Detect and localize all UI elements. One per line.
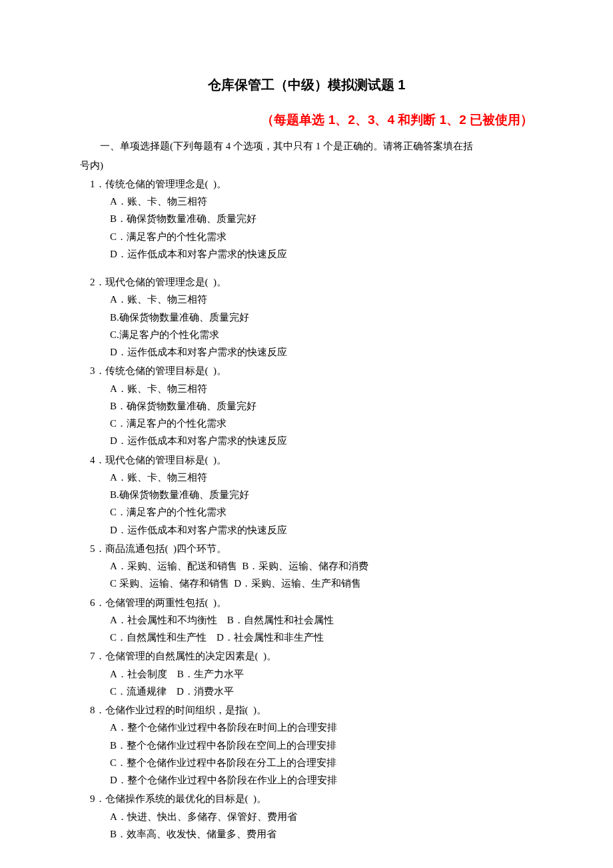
question-1: 1．传统仓储的管理理念是( )。 A．账、卡、物三相符 B．确保货物数量准确、质… [80,175,533,263]
option-b: B．整个仓储作业过程中各阶段在空间上的合理安排 [80,737,533,754]
question-stem: 9．仓储操作系统的最优化的目标是( )。 [80,790,533,807]
question-6: 6．仓储管理的两重性包括( )。 A．社会属性和不均衡性 B．自然属性和社会属性… [80,594,533,647]
exam-subtitle: （每题单选 1、2、3、4 和判断 1、2 已被使用） [80,109,533,131]
option-c: C．满足客户的个性化需求 [80,228,533,245]
question-stem: 6．仓储管理的两重性包括( )。 [80,594,533,611]
option-a: A．整个仓储作业过程中各阶段在时间上的合理安排 [80,719,533,736]
option-b: B.确保货物数量准确、质量完好 [80,309,533,326]
option-a: A．账、卡、物三相符 [80,380,533,397]
option-c: C.满足客户的个性化需求 [80,326,533,343]
option-a: A．账、卡、物三相符 [80,291,533,308]
question-stem: 7．仓储管理的自然属性的决定因素是( )。 [80,647,533,665]
section-instructions-line1: 一、单项选择题(下列每题有 4 个选项，其中只有 1 个是正确的。请将正确答案填… [80,137,533,155]
option-c: C．整个仓储作业过程中各阶段在分工上的合理安排 [80,754,533,771]
options-line-1: A．社会制度 B．生产力水平 [80,665,533,683]
question-stem: 4．现代仓储的管理目标是( )。 [80,451,533,469]
option-d: D．运作低成本和对客户需求的快速反应 [80,343,533,361]
options-line-2: C 采购、运输、储存和销售 D．采购、运输、生产和销售 [80,575,533,592]
question-4: 4．现代仓储的管理目标是( )。 A．账、卡、物三相符 B.确保货物数量准确、质… [80,451,533,539]
options-line-1: A．社会属性和不均衡性 B．自然属性和社会属性 [80,611,533,629]
option-a: A．账、卡、物三相符 [80,193,533,210]
question-2: 2．现代仓储的管理理念是( )。 A．账、卡、物三相符 B.确保货物数量准确、质… [80,273,533,361]
section-instructions-line2: 号内) [80,157,533,174]
question-7: 7．仓储管理的自然属性的决定因素是( )。 A．社会制度 B．生产力水平 C．流… [80,647,533,700]
option-d: D．运作低成本和对客户需求的快速反应 [80,432,533,449]
option-b: B．确保货物数量准确、质量完好 [80,210,533,227]
question-stem: 3．传统仓储的管理目标是( )。 [80,362,533,379]
options-line-1: A．采购、运输、配送和销售 B．采购、运输、储存和消费 [80,557,533,575]
question-3: 3．传统仓储的管理目标是( )。 A．账、卡、物三相符 B．确保货物数量准确、质… [80,362,533,449]
option-c: C．满足客户的个性化需求 [80,503,533,521]
question-stem: 2．现代仓储的管理理念是( )。 [80,273,533,291]
question-9: 9．仓储操作系统的最优化的目标是( )。 A．快进、快出、多储存、保管好、费用省… [80,790,533,843]
options-line-2: C．流通规律 D．消费水平 [80,683,533,700]
exam-title: 仓库保管工（中级）模拟测试题 1 [80,73,533,97]
option-d: D．运作低成本和对客户需求的快速反应 [80,521,533,539]
option-b: B．效率高、收发快、储量多、费用省 [80,825,533,843]
question-8: 8．仓储作业过程的时间组织，是指( )。 A．整个仓储作业过程中各阶段在时间上的… [80,701,533,789]
option-d: D．运作低成本和对客户需求的快速反应 [80,245,533,263]
option-d: D．整个仓储作业过程中各阶段在作业上的合理安排 [80,771,533,789]
option-a: A．账、卡、物三相符 [80,469,533,486]
question-5: 5．商品流通包括( )四个环节。 A．采购、运输、配送和销售 B．采购、运输、储… [80,540,533,593]
options-line-2: C．自然属性和生产性 D．社会属性和非生产性 [80,629,533,646]
question-stem: 8．仓储作业过程的时间组织，是指( )。 [80,701,533,719]
option-b: B.确保货物数量准确、质量完好 [80,486,533,503]
question-stem: 5．商品流通包括( )四个环节。 [80,540,533,557]
option-a: A．快进、快出、多储存、保管好、费用省 [80,808,533,825]
option-c: C．满足客户的个性化需求 [80,415,533,432]
option-b: B．确保货物数量准确、质量完好 [80,397,533,415]
question-stem: 1．传统仓储的管理理念是( )。 [80,175,533,193]
